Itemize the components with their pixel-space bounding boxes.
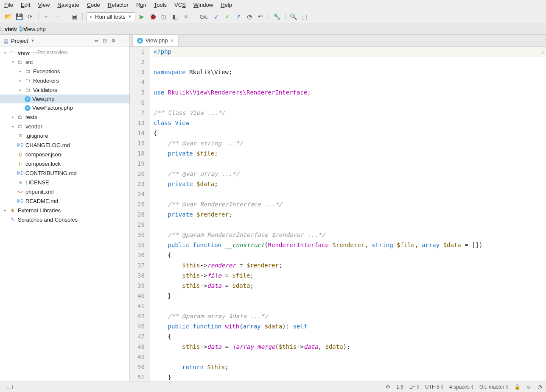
line-number[interactable]: 3 — [137, 67, 145, 77]
code-line[interactable] — [154, 189, 546, 199]
code-line[interactable]: { — [154, 331, 546, 342]
menu-refactor[interactable]: Refactor — [108, 2, 129, 8]
line-number[interactable]: 4 — [137, 77, 145, 87]
line-number[interactable]: 30 — [137, 230, 145, 240]
line-number[interactable]: 49 — [137, 352, 145, 362]
line-number[interactable]: 29 — [137, 220, 145, 230]
tree-item[interactable]: ▸🗀vendor — [0, 122, 129, 131]
line-number[interactable]: 37 — [137, 260, 145, 270]
code-line[interactable]: { — [154, 250, 546, 260]
code-line[interactable]: public function with(array $data): self — [154, 321, 546, 331]
tree-item[interactable]: ▾🗀src — [0, 57, 129, 67]
line-number[interactable]: 23 — [137, 179, 145, 189]
refresh-icon[interactable]: ⟳ — [25, 12, 35, 21]
code-line[interactable]: $this->data = $data; — [154, 281, 546, 291]
line-number[interactable]: 42 — [137, 311, 145, 321]
run-configuration-dropdown[interactable]: ▸ Run all tests ▼ — [86, 12, 135, 21]
code-line[interactable]: class View — [154, 118, 546, 128]
profile-icon[interactable]: ◧ — [170, 12, 179, 21]
tree-item[interactable]: MDCONTRIBUTING.md — [0, 168, 129, 178]
back-icon[interactable]: ← — [42, 12, 51, 21]
line-number[interactable]: 6 — [137, 97, 145, 108]
hide-icon[interactable]: — — [118, 36, 126, 45]
code-line[interactable]: $this->file = $file; — [154, 270, 546, 281]
code-line[interactable]: $this->renderer = $renderer; — [154, 260, 546, 270]
editor-tab[interactable]: c View.php × — [132, 35, 179, 46]
menu-file[interactable]: File — [4, 2, 13, 8]
tree-item[interactable]: {}composer.lock — [0, 159, 129, 168]
code-line[interactable]: { — [154, 128, 546, 138]
tree-item[interactable]: cView.php — [0, 95, 129, 103]
line-number[interactable]: 2 — [137, 57, 145, 67]
code-line[interactable] — [154, 301, 546, 311]
tree-item[interactable]: cViewFactory.php — [0, 103, 129, 112]
line-number[interactable]: 18 — [137, 148, 145, 158]
git-branch[interactable]: Git: master▴▾ — [479, 384, 508, 390]
line-number[interactable]: 36 — [137, 250, 145, 260]
tree-item[interactable]: {}composer.json — [0, 150, 129, 159]
code-line[interactable]: namespace Rkulik\View; — [154, 67, 546, 77]
line-number[interactable]: 40 — [137, 291, 145, 301]
scroll-from-source-icon[interactable]: ⇔ — [92, 36, 101, 45]
tree-item[interactable]: ≡.gitignore — [0, 131, 129, 140]
open-icon[interactable]: 📂 — [3, 12, 13, 21]
line-number[interactable]: 38 — [137, 270, 145, 281]
tool-window-toggle-icon[interactable] — [6, 385, 13, 389]
code-line[interactable]: $this->data = \array_merge($this->data, … — [154, 342, 546, 352]
cursor-position[interactable]: 1:6 — [396, 384, 403, 390]
collapse-all-icon[interactable]: ⊟ — [101, 36, 109, 45]
code-line[interactable]: public function __construct(RendererInte… — [154, 240, 546, 250]
code-line[interactable] — [154, 220, 546, 230]
debug-icon[interactable]: 🐞 — [148, 12, 157, 21]
code-line[interactable]: /** @var array ...*/ — [154, 169, 546, 179]
code-line[interactable]: } — [154, 372, 546, 381]
tree-item[interactable]: ≡LICENSE — [0, 178, 129, 187]
line-number[interactable]: 50 — [137, 362, 145, 372]
editor-content[interactable]: ✓ <?phpnamespace Rkulik\View;use Rkulik\… — [150, 47, 546, 381]
structure-icon[interactable]: ⬚ — [300, 12, 309, 21]
code-line[interactable]: /** @param array $data ...*/ — [154, 311, 546, 321]
chevron-down-icon[interactable]: ▼ — [31, 39, 34, 43]
memory-icon[interactable]: ◔ — [538, 384, 542, 390]
git-update-icon[interactable]: ↙ — [212, 12, 221, 21]
code-line[interactable]: /** @var RendererInterface ...*/ — [154, 199, 546, 209]
line-number[interactable]: 47 — [137, 331, 145, 342]
sidebar-title[interactable]: Project — [11, 38, 28, 44]
run-icon[interactable]: ▶ — [137, 12, 146, 21]
code-line[interactable] — [154, 352, 546, 362]
code-line[interactable]: /** @var string ...*/ — [154, 138, 546, 148]
arrow-down-icon[interactable]: ▾ — [10, 59, 15, 64]
line-number[interactable]: 39 — [137, 281, 145, 291]
close-icon[interactable]: × — [171, 37, 174, 44]
menu-tools[interactable]: Tools — [154, 2, 167, 8]
tree-item[interactable]: ▾🗀view~/Projects/view — [0, 48, 129, 57]
menu-navigate[interactable]: Navigate — [57, 2, 79, 8]
git-commit-icon[interactable]: ✓ — [223, 12, 232, 21]
code-line[interactable]: private $file; — [154, 148, 546, 158]
build-icon[interactable]: ▣ — [70, 12, 79, 21]
code-editor[interactable]: 1234567131415181920232425282930353637383… — [130, 47, 546, 381]
line-number[interactable]: 25 — [137, 199, 145, 209]
tree-item[interactable]: MDREADME.md — [0, 196, 129, 206]
search-icon[interactable]: 🔍 — [289, 12, 298, 21]
editor-gutter[interactable]: 1234567131415181920232425282930353637383… — [130, 47, 150, 381]
code-line[interactable]: private $data; — [154, 179, 546, 189]
menu-vcs[interactable]: VCS — [174, 2, 186, 8]
tree-item[interactable]: ▸🗀Validators — [0, 85, 129, 95]
line-number[interactable]: 14 — [137, 128, 145, 138]
arrow-right-icon[interactable]: ▸ — [18, 87, 23, 92]
gear-icon[interactable]: ⚙ — [109, 36, 118, 45]
line-number[interactable]: 41 — [137, 301, 145, 311]
arrow-right-icon[interactable]: ▸ — [18, 78, 23, 83]
code-line[interactable] — [154, 97, 546, 108]
menu-window[interactable]: Window — [193, 2, 213, 8]
line-number[interactable]: 19 — [137, 158, 145, 169]
line-number[interactable]: 35 — [137, 240, 145, 250]
line-number[interactable]: 1 — [137, 47, 145, 57]
forward-icon[interactable]: → — [53, 12, 62, 21]
arrow-down-icon[interactable]: ▾ — [3, 50, 8, 55]
breadcrumb-item[interactable]: cView.php — [30, 26, 36, 32]
background-tasks-icon[interactable]: ⚙ — [386, 384, 390, 390]
menu-run[interactable]: Run — [136, 2, 146, 8]
line-number[interactable]: 20 — [137, 169, 145, 179]
